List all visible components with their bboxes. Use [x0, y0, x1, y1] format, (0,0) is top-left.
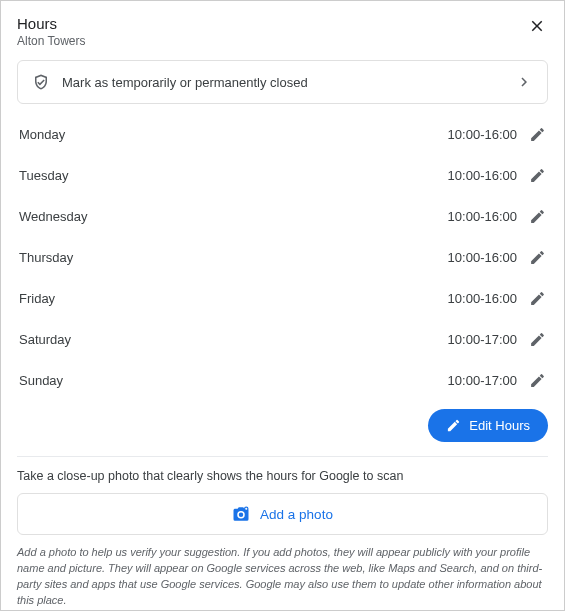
mark-closed-label: Mark as temporarily or permanently close… [62, 75, 515, 90]
edit-day-button[interactable] [527, 206, 548, 227]
hours-list: Monday 10:00-16:00 Tuesday 10:00-16:00 W… [11, 114, 554, 401]
hour-row: Tuesday 10:00-16:00 [17, 155, 548, 196]
add-photo-button[interactable]: Add a photo [17, 493, 548, 535]
hours-label: 10:00-16:00 [448, 291, 517, 306]
hour-row: Saturday 10:00-17:00 [17, 319, 548, 360]
hour-row: Friday 10:00-16:00 [17, 278, 548, 319]
closed-status-icon [32, 73, 50, 91]
day-label: Thursday [19, 250, 448, 265]
edit-hours-button[interactable]: Edit Hours [428, 409, 548, 442]
hours-label: 10:00-16:00 [448, 250, 517, 265]
day-label: Tuesday [19, 168, 448, 183]
day-label: Monday [19, 127, 448, 142]
camera-icon [232, 505, 250, 523]
pencil-icon [529, 372, 546, 389]
hour-row: Thursday 10:00-16:00 [17, 237, 548, 278]
pencil-icon [529, 126, 546, 143]
pencil-icon [529, 331, 546, 348]
edit-day-button[interactable] [527, 165, 548, 186]
day-label: Wednesday [19, 209, 448, 224]
close-icon [528, 17, 546, 35]
pencil-icon [446, 418, 461, 433]
edit-day-button[interactable] [527, 329, 548, 350]
pencil-icon [529, 249, 546, 266]
page-subtitle: Alton Towers [17, 34, 526, 48]
add-photo-label: Add a photo [260, 507, 333, 522]
hour-row: Sunday 10:00-17:00 [17, 360, 548, 401]
divider [17, 456, 548, 457]
hours-label: 10:00-17:00 [448, 332, 517, 347]
edit-day-button[interactable] [527, 247, 548, 268]
edit-day-button[interactable] [527, 288, 548, 309]
edit-day-button[interactable] [527, 124, 548, 145]
hours-label: 10:00-16:00 [448, 168, 517, 183]
hours-label: 10:00-17:00 [448, 373, 517, 388]
hours-label: 10:00-16:00 [448, 209, 517, 224]
day-label: Sunday [19, 373, 448, 388]
pencil-icon [529, 167, 546, 184]
hour-row: Wednesday 10:00-16:00 [17, 196, 548, 237]
photo-hint: Take a close-up photo that clearly shows… [11, 469, 554, 493]
pencil-icon [529, 208, 546, 225]
photo-disclaimer: Add a photo to help us verify your sugge… [11, 545, 554, 609]
chevron-right-icon [515, 73, 533, 91]
day-label: Saturday [19, 332, 448, 347]
close-button[interactable] [526, 15, 548, 37]
page-title: Hours [17, 15, 526, 32]
mark-closed-row[interactable]: Mark as temporarily or permanently close… [17, 60, 548, 104]
day-label: Friday [19, 291, 448, 306]
hour-row: Monday 10:00-16:00 [17, 114, 548, 155]
edit-day-button[interactable] [527, 370, 548, 391]
hours-label: 10:00-16:00 [448, 127, 517, 142]
pencil-icon [529, 290, 546, 307]
edit-hours-label: Edit Hours [469, 418, 530, 433]
